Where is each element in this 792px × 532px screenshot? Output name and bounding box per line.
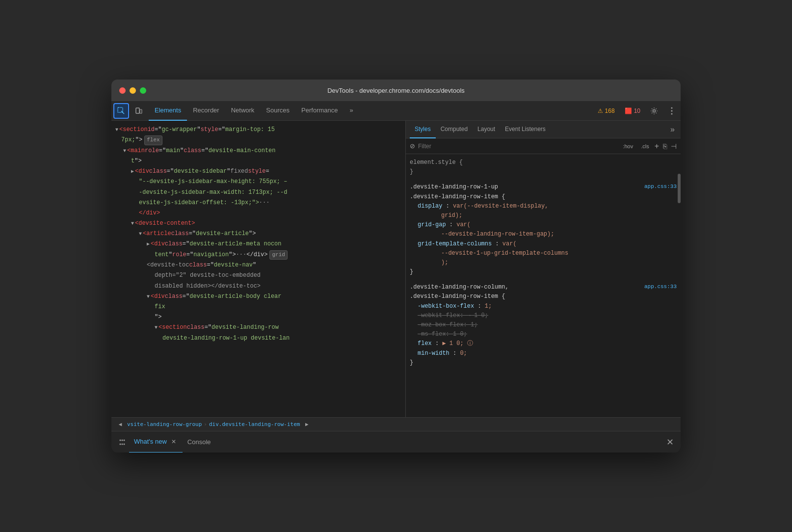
svg-rect-2 bbox=[140, 109, 142, 113]
toggle-sidebar-icon[interactable]: ⊣ bbox=[671, 142, 677, 150]
html-element-toc[interactable]: <devsite-toc class="devsite-nav" bbox=[111, 260, 405, 270]
styles-content[interactable]: element.style { } app.css:33 .devsite-la… bbox=[406, 154, 681, 417]
drawer-tab-whats-new-label: What's new bbox=[134, 438, 167, 445]
style-rule-element-style: element.style { } bbox=[410, 158, 677, 177]
html-element-main-cont[interactable]: t"> bbox=[111, 156, 405, 166]
tab-sources[interactable]: Sources bbox=[260, 101, 295, 121]
elements-panel[interactable]: ▼ <section id="gc-wrapper" style="margin… bbox=[111, 121, 406, 417]
html-element-devsite-content[interactable]: ▼ <devsite-content> bbox=[111, 218, 405, 229]
device-toolbar-icon[interactable] bbox=[131, 103, 147, 119]
val-grid-template-3: ); bbox=[441, 259, 448, 266]
html-element-main[interactable]: ▼ <main role="main" class="devsite-main-… bbox=[111, 146, 405, 156]
flex-badge: flex bbox=[144, 135, 162, 145]
devtools-main: ▼ <section id="gc-wrapper" style="margin… bbox=[111, 121, 681, 417]
styles-filter-input[interactable] bbox=[418, 143, 617, 150]
toolbar-tabs: Elements Recorder Network Sources Perfor… bbox=[149, 101, 595, 121]
tab-network[interactable]: Network bbox=[225, 101, 261, 121]
svg-point-7 bbox=[120, 439, 121, 441]
breadcrumb-back-button[interactable]: ◀ bbox=[115, 420, 125, 429]
html-element-div-sidebar[interactable]: ▶ <div class="devsite-sidebar" fixed sty… bbox=[111, 166, 405, 177]
rule-source-2[interactable]: app.css:33 bbox=[644, 283, 677, 292]
scrollbar[interactable] bbox=[678, 174, 681, 203]
inspect-element-icon[interactable] bbox=[113, 103, 129, 119]
close-button[interactable] bbox=[119, 87, 126, 94]
copy-styles-icon[interactable]: ⎘ bbox=[663, 142, 667, 150]
maximize-button[interactable] bbox=[140, 87, 146, 94]
breadcrumb-forward-button[interactable]: ▶ bbox=[302, 420, 312, 429]
filter-hov-button[interactable]: :hov bbox=[620, 142, 635, 150]
more-options-icon[interactable] bbox=[665, 104, 679, 118]
settings-icon[interactable] bbox=[647, 104, 661, 118]
tab-performance[interactable]: Performance bbox=[295, 101, 343, 121]
element-style-close: } bbox=[410, 168, 413, 175]
styles-more-tabs[interactable]: » bbox=[668, 125, 677, 134]
title-bar: DevTools - developer.chrome.com/docs/dev… bbox=[111, 80, 681, 101]
html-element-article-body-cont[interactable]: fix bbox=[111, 302, 405, 312]
filter-cls-button[interactable]: .cls bbox=[638, 142, 652, 150]
html-element-toc-cont[interactable]: depth="2" devsite-toc-embedded bbox=[111, 270, 405, 281]
close-drawer-button[interactable]: ✕ bbox=[663, 435, 677, 449]
rule-source-1[interactable]: app.css:33 bbox=[644, 183, 677, 191]
svg-point-12 bbox=[124, 443, 125, 445]
html-element-div-sidebar-cont[interactable]: "--devsite-js-sidebar-max-height: 755px;… bbox=[111, 177, 405, 187]
add-style-rule-icon[interactable]: + bbox=[655, 142, 659, 151]
val-webkit-box-flex: 1; bbox=[485, 303, 492, 310]
val-display: var(--devsite-item-display, bbox=[453, 203, 548, 210]
svg-point-3 bbox=[653, 109, 656, 112]
error-badge[interactable]: 🟥 10 bbox=[622, 106, 643, 115]
tab-computed[interactable]: Computed bbox=[436, 121, 473, 138]
tab-layout[interactable]: Layout bbox=[473, 121, 500, 138]
warning-badge[interactable]: ⚠ 168 bbox=[595, 106, 618, 115]
window-title: DevTools - developer.chrome.com/docs/dev… bbox=[327, 87, 465, 94]
prop-ms-flex: -ms-flex: 1 0; bbox=[418, 331, 467, 338]
tab-recorder[interactable]: Recorder bbox=[187, 101, 225, 121]
svg-point-6 bbox=[671, 113, 673, 114]
more-tabs-button[interactable]: » bbox=[343, 101, 359, 121]
devtools-toolbar: Elements Recorder Network Sources Perfor… bbox=[111, 101, 681, 121]
html-element-toc-cont2[interactable]: disabled hidden></devsite-toc> bbox=[111, 281, 405, 292]
breadcrumb-item-1[interactable]: vsite-landing-row-group bbox=[127, 421, 202, 427]
html-element-div-sidebar-cont2[interactable]: -devsite-js-sidebar-max-width: 1713px; -… bbox=[111, 187, 405, 198]
html-element-article-body-cont2[interactable]: "> bbox=[111, 312, 405, 322]
html-element-section-landing-cont[interactable]: devsite-landing-row-1-up devsite-lan bbox=[111, 333, 405, 344]
html-element-section-cont[interactable]: 7px;"> flex bbox=[111, 135, 405, 146]
tab-elements[interactable]: Elements bbox=[149, 101, 187, 121]
html-element-div-sidebar-cont3[interactable]: evsite-js-sidebar-offset: -13px;"> ··· bbox=[111, 198, 405, 208]
style-rule-landing-row-column: app.css:33 .devsite-landing-row-column, … bbox=[410, 283, 677, 368]
html-element-section-landing[interactable]: ▼ <section class="devsite-landing-row bbox=[111, 322, 405, 333]
breadcrumb-item-2[interactable]: div.devsite-landing-row-item bbox=[209, 421, 300, 427]
drawer-tab-whats-new[interactable]: What's new ✕ bbox=[129, 431, 183, 453]
tab-event-listeners[interactable]: Event Listeners bbox=[500, 121, 551, 138]
val-grid-gap-2: --devsite-landing-row-item-gap); bbox=[441, 231, 554, 238]
html-element-article[interactable]: ▼ <article class="devsite-article"> bbox=[111, 229, 405, 239]
filter-icon: ⊘ bbox=[410, 142, 415, 150]
devtools-body: Elements Recorder Network Sources Perfor… bbox=[111, 101, 681, 452]
html-element-article-meta-cont[interactable]: tent" role="navigation"> ··· </div> grid bbox=[111, 250, 405, 261]
html-element-article-body[interactable]: ▼ <div class="devsite-article-body clear bbox=[111, 292, 405, 302]
close-whats-new-tab[interactable]: ✕ bbox=[170, 438, 178, 446]
html-element-section[interactable]: ▼ <section id="gc-wrapper" style="margin… bbox=[111, 125, 405, 135]
drawer-tab-console-label: Console bbox=[187, 438, 211, 446]
svg-rect-1 bbox=[136, 108, 139, 113]
style-rule-landing-row-1-up: app.css:33 .devsite-landing-row-1-up .de… bbox=[410, 183, 677, 277]
drawer-menu-button[interactable] bbox=[115, 435, 129, 449]
tab-styles[interactable]: Styles bbox=[410, 121, 436, 138]
svg-point-4 bbox=[671, 107, 673, 108]
styles-tabs: Styles Computed Layout Event Listeners » bbox=[406, 121, 681, 138]
svg-point-10 bbox=[120, 443, 121, 445]
grid-badge: grid bbox=[269, 250, 287, 260]
warning-count: 168 bbox=[605, 107, 615, 114]
html-element-div-close[interactable]: </div> bbox=[111, 208, 405, 218]
breadcrumb-separator: › bbox=[204, 421, 207, 427]
minimize-button[interactable] bbox=[130, 87, 136, 94]
prop-moz-box-flex: -moz-box-flex: 1; bbox=[418, 321, 477, 328]
html-element-article-meta[interactable]: ▶ <div class="devsite-article-meta nocon bbox=[111, 239, 405, 249]
val-grid-template-2: --devsite-1-up-grid-template-columns bbox=[441, 250, 568, 257]
prop-flex: flex bbox=[418, 340, 432, 347]
prop-grid-template: grid-template-columns bbox=[418, 240, 492, 247]
rule-selector-2a: .devsite-landing-row-column, bbox=[410, 284, 509, 291]
rule-close-1: } bbox=[410, 268, 413, 275]
val-flex: ▶ 1 0; ⓘ bbox=[442, 340, 473, 347]
prop-min-width: min-width bbox=[418, 350, 449, 357]
drawer-tab-console[interactable]: Console bbox=[183, 431, 216, 453]
